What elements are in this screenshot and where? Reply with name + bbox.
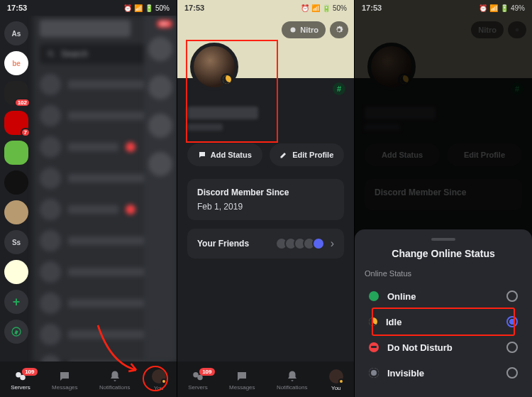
idle-moon-icon xyxy=(223,75,231,84)
friends-label: Your Friends xyxy=(197,239,249,249)
battery-pct: 50% xyxy=(333,4,347,12)
status-option-online[interactable]: Online xyxy=(365,283,522,309)
signal-icon: 📶 xyxy=(311,4,320,12)
guild-avatar[interactable]: 7 xyxy=(4,111,28,135)
signal-icon: 📶 xyxy=(134,4,143,12)
nav-you[interactable]: You xyxy=(329,369,343,391)
unread-badge: 102 xyxy=(14,98,31,107)
status-option-invisible[interactable]: Invisible xyxy=(365,360,522,386)
connection-badge[interactable] xyxy=(333,82,345,95)
bottom-nav: 109 Servers Messages Notifications You xyxy=(177,361,354,397)
nav-messages[interactable]: Messages xyxy=(229,370,255,391)
unread-pill: 99+ xyxy=(157,20,172,28)
friend-avatar[interactable] xyxy=(148,37,172,61)
nav-badge: 109 xyxy=(22,368,37,376)
you-avatar-icon xyxy=(329,369,343,384)
friend-avatars xyxy=(279,237,325,250)
nav-servers[interactable]: 109 Servers xyxy=(11,370,31,391)
nav-servers[interactable]: 109 Servers xyxy=(188,370,208,391)
member-since-label: Discord Member Since xyxy=(197,187,334,197)
dnd-icon xyxy=(369,342,379,352)
nav-you[interactable]: You xyxy=(152,369,166,391)
active-now-peek: 99+ xyxy=(144,16,177,361)
svg-point-1 xyxy=(48,51,52,55)
nav-notifications[interactable]: Notifications xyxy=(99,370,131,391)
invisible-icon xyxy=(369,368,379,378)
you-avatar-icon xyxy=(152,369,166,384)
status-dot-idle xyxy=(161,379,167,384)
status-indicator xyxy=(221,73,233,86)
bottom-nav: 109 Servers Messages Notifications You xyxy=(0,361,177,397)
alarm-icon: ⏰ xyxy=(301,4,309,12)
signal-icon: 📶 xyxy=(489,4,498,12)
clock: 17:53 xyxy=(362,4,382,12)
unread-badge: 7 xyxy=(21,128,31,137)
edit-profile-button[interactable]: Edit Profile xyxy=(270,143,345,166)
guild-avatar[interactable] xyxy=(4,200,28,224)
guild-avatar[interactable]: be xyxy=(4,51,28,75)
svg-point-5 xyxy=(291,28,296,33)
chevron-right-icon: › xyxy=(331,237,334,250)
guild-avatar[interactable]: 102 xyxy=(4,81,28,105)
header-title xyxy=(40,20,131,37)
radio[interactable] xyxy=(506,367,518,379)
username xyxy=(187,124,223,131)
status-bar: 17:53 ⏰ 📶 🔋 50% xyxy=(0,0,177,16)
friend-avatar[interactable] xyxy=(148,152,172,176)
status-option-dnd[interactable]: Do Not Disturb xyxy=(365,335,522,360)
guild-rail: As be 102 7 Ss + xyxy=(0,16,33,361)
clock: 17:53 xyxy=(7,4,27,12)
speech-icon xyxy=(198,151,206,159)
guild-avatar[interactable] xyxy=(4,141,28,165)
dm-button[interactable]: As xyxy=(4,21,28,45)
bell-icon xyxy=(286,370,299,383)
section-label: Online Status xyxy=(365,269,522,278)
pane-status-sheet: 17:53 ⏰ 📶 🔋 49% Nitro Add Status Edit Pr… xyxy=(355,0,532,397)
status-dot-idle xyxy=(338,379,344,384)
status-option-idle[interactable]: Idle xyxy=(365,309,522,335)
alarm-icon: ⏰ xyxy=(479,4,487,12)
radio[interactable] xyxy=(506,342,518,353)
profile-body: Add Status Edit Profile Discord Member S… xyxy=(177,78,354,361)
online-dot-icon xyxy=(369,291,379,301)
member-since-card: Discord Member Since Feb 1, 2019 xyxy=(187,179,344,220)
messages-icon xyxy=(58,370,71,383)
nitro-icon xyxy=(289,26,297,34)
status-bar: 17:53 ⏰ 📶 🔋 50% xyxy=(177,0,354,16)
radio-selected[interactable] xyxy=(506,316,518,327)
settings-button[interactable] xyxy=(330,21,348,38)
nav-badge: 109 xyxy=(199,368,214,376)
nitro-chip[interactable]: Nitro xyxy=(282,21,326,38)
guild-avatar[interactable] xyxy=(4,260,28,284)
add-server-button[interactable]: + xyxy=(4,290,28,314)
alarm-icon: ⏰ xyxy=(123,4,132,12)
gear-icon xyxy=(334,25,344,35)
pane-profile: 17:53 ⏰ 📶 🔋 50% Nitro xyxy=(177,0,355,397)
search-placeholder: Search xyxy=(61,49,88,59)
nav-notifications[interactable]: Notifications xyxy=(277,370,308,391)
your-friends-row[interactable]: Your Friends › xyxy=(187,229,344,259)
display-name xyxy=(187,107,258,119)
radio[interactable] xyxy=(506,290,518,302)
messages-icon xyxy=(235,370,248,383)
friend-avatar[interactable] xyxy=(148,114,172,138)
explore-button[interactable] xyxy=(4,320,28,344)
bell-icon xyxy=(109,370,121,383)
nav-messages[interactable]: Messages xyxy=(52,370,77,391)
svg-line-2 xyxy=(52,55,55,58)
pane-server-list: 17:53 ⏰ 📶 🔋 50% As be 102 7 Ss + xyxy=(0,0,177,397)
battery-pct: 49% xyxy=(511,4,525,12)
sheet-title: Change Online Status xyxy=(365,248,522,259)
guild-avatar[interactable]: Ss xyxy=(4,230,28,254)
battery-pct: 50% xyxy=(155,4,170,12)
friend-avatar[interactable] xyxy=(148,75,172,99)
sheet-handle[interactable] xyxy=(431,238,455,241)
battery-icon: 🔋 xyxy=(322,4,331,12)
guild-avatar[interactable] xyxy=(4,170,28,195)
battery-icon: 🔋 xyxy=(500,4,509,12)
status-bar: 17:53 ⏰ 📶 🔋 49% xyxy=(355,0,532,16)
profile-avatar[interactable] xyxy=(190,43,238,91)
status-sheet: Change Online Status Online Status Onlin… xyxy=(355,229,532,397)
member-since-value: Feb 1, 2019 xyxy=(197,202,334,212)
add-status-button[interactable]: Add Status xyxy=(187,143,262,166)
